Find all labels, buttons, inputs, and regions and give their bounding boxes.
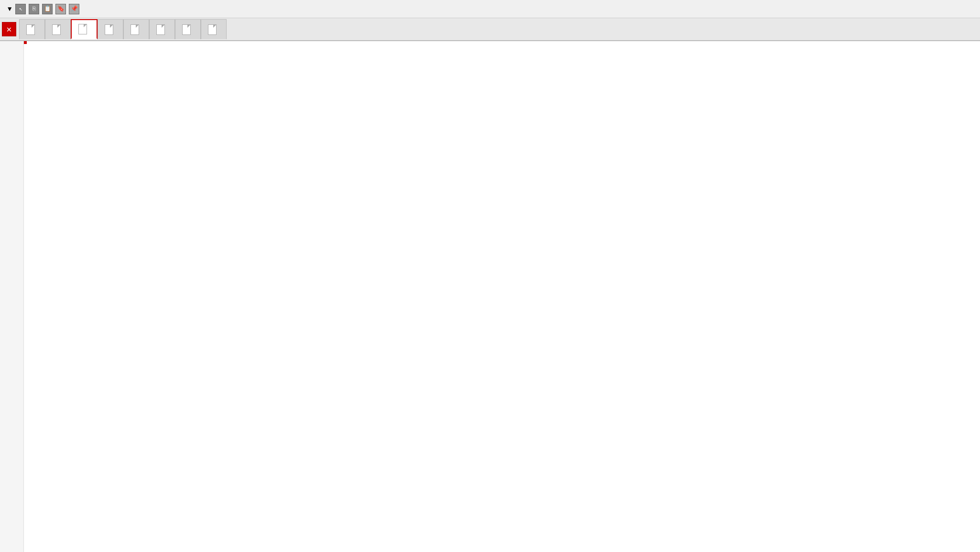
file-icon (131, 24, 139, 35)
code-area[interactable] (24, 41, 980, 552)
bookmark2-icon[interactable]: 📌 (69, 4, 79, 14)
file-icon (182, 24, 191, 35)
cursor-tool-icon[interactable]: ↖ (15, 4, 26, 14)
file-icon (208, 24, 217, 35)
close-button[interactable]: ✕ (2, 22, 16, 36)
tab-stm32f4xx-hal-uart-c[interactable] (149, 19, 175, 39)
copy-icon[interactable]: ⎘ (29, 4, 39, 14)
tab-usart-c[interactable] (45, 19, 71, 39)
file-icon (105, 24, 113, 35)
tab-usart-h[interactable] (175, 19, 201, 39)
title-bar: ▼ ↖ ⎘ 📋 🔖 📌 (0, 0, 980, 18)
file-icon (78, 24, 87, 34)
file-icon (156, 24, 165, 35)
tab-main-h[interactable] (201, 19, 227, 39)
sidebar (0, 41, 24, 552)
toolbar-icons: ↖ ⎘ 📋 🔖 📌 (15, 4, 79, 14)
tab-main-c[interactable] (19, 19, 45, 39)
paste-icon[interactable]: 📋 (42, 4, 53, 14)
editor-container (0, 41, 980, 552)
file-icon (52, 24, 61, 35)
bookmark-icon[interactable]: 🔖 (55, 4, 66, 14)
tab-stm32f4xx-it-c[interactable] (71, 19, 98, 39)
redbox-lines-24-26 (24, 41, 27, 44)
tab-bar: ✕ (0, 18, 980, 41)
tab-stm32f4xx-hal-msp-c[interactable] (98, 19, 123, 39)
file-icon (26, 24, 35, 35)
dropdown-arrow-icon[interactable]: ▼ (8, 5, 11, 13)
tab-dma-c[interactable] (123, 19, 149, 39)
